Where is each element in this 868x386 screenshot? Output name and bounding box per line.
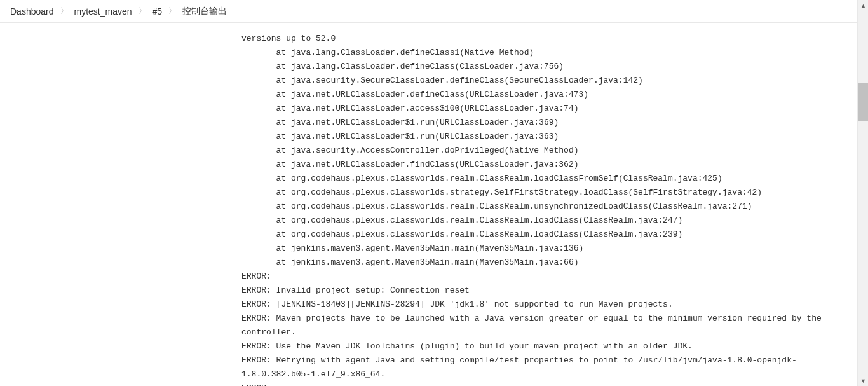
sidebar-spacer (0, 23, 241, 386)
breadcrumb-dashboard[interactable]: Dashboard (10, 6, 54, 17)
scroll-down-arrow-icon[interactable]: ▼ (858, 375, 868, 386)
breadcrumb: Dashboard 〉 mytest_maven 〉 #5 〉 控制台输出 (0, 0, 868, 23)
chevron-right-icon: 〉 (60, 6, 68, 17)
scrollbar-track[interactable]: ▲ ▼ (857, 0, 868, 386)
console-output: versions up to 52.0 at java.lang.ClassLo… (241, 23, 868, 386)
chevron-right-icon: 〉 (139, 6, 146, 17)
scrollbar-thumb[interactable] (858, 83, 868, 121)
main-area: versions up to 52.0 at java.lang.ClassLo… (0, 23, 868, 386)
chevron-right-icon: 〉 (168, 6, 176, 17)
breadcrumb-console[interactable]: 控制台输出 (182, 6, 227, 17)
scroll-up-arrow-icon[interactable]: ▲ (858, 0, 868, 11)
breadcrumb-project[interactable]: mytest_maven (74, 6, 132, 17)
breadcrumb-build[interactable]: #5 (153, 6, 163, 17)
